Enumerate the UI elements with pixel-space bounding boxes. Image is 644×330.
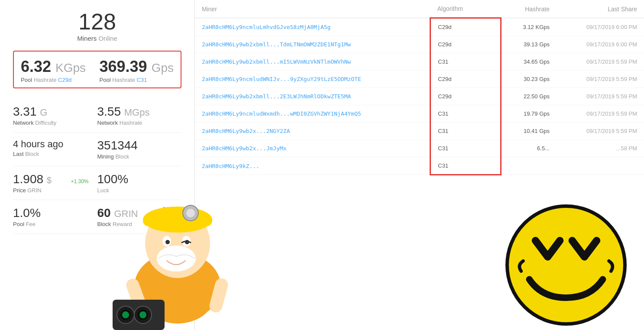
miner-last-share: 09/17/2019 6:00 PM: [557, 36, 644, 53]
miner-address: 2aHR0cHM6Ly9wb2xbmll...2E3LWJhNmRlODkwZT…: [195, 88, 430, 105]
miners-online-number: 128: [13, 10, 181, 33]
table-row: 2aHR0cHM6Ly9wb2x...JmJyMxC316.5......58 …: [195, 140, 644, 157]
miner-algorithm: C31: [430, 157, 501, 175]
network-difficulty-stat: 3.31 G Network Difficulty: [13, 99, 97, 133]
svg-point-15: [117, 306, 134, 324]
miner-hashrate: [501, 157, 557, 175]
left-panel: 128 Miners Online 6.32 KGps Pool Hashrat…: [0, 0, 195, 330]
miner-last-share: 09/17/2019 5:59 PM: [557, 71, 644, 88]
stats-grid: 3.31 G Network Difficulty 3.55 MGps Netw…: [13, 99, 181, 234]
miner-address: 2aHR0cHM6Ly9wb2x...JmJyMx: [195, 140, 430, 157]
svg-point-17: [134, 306, 152, 324]
network-difficulty-label: Network Difficulty: [13, 120, 89, 126]
svg-rect-13: [124, 277, 149, 314]
miners-table: Miner Algorithm Hashrate Last Share 2aHR…: [195, 0, 644, 175]
pool-hashrate-c29d-value: 6.32 KGps: [21, 58, 86, 76]
svg-point-19: [122, 311, 129, 318]
mining-block-label: Mining Block: [97, 153, 182, 160]
miner-last-share: ...58 PM: [557, 140, 644, 157]
luck-stat: 100% Luck: [97, 166, 182, 200]
price-stat: +1.30% 1.908 $ Price GRIN: [13, 166, 97, 200]
pool-hashrate-c29d: 6.32 KGps Pool Hashrate C29d: [21, 58, 86, 83]
pool-fee-label: Pool Fee: [13, 221, 89, 227]
svg-point-16: [120, 310, 131, 320]
miner-address: 2aHR0cHM6Ly9wb2x...2NGY2ZA: [195, 123, 430, 140]
right-panel: Miner Algorithm Hashrate Last Share 2aHR…: [195, 0, 644, 330]
miner-algorithm: C29d: [430, 18, 501, 36]
table-row: 2aHR0cHM6Ly9ncmluLmhvdGJveS8zMjA0MjA5gC2…: [195, 18, 644, 36]
miners-online-section: 128 Miners Online: [13, 10, 181, 51]
table-row: 2aHR0cHM6Ly9ncmludWxmdh...wMDI0ZGVhZWY1N…: [195, 105, 644, 123]
svg-point-12: [157, 246, 196, 272]
miner-address: 2aHR0cHM6Ly9kZ...: [195, 157, 430, 175]
pool-fee-stat: 1.0% Pool Fee: [13, 200, 97, 234]
header-miner: Miner: [195, 0, 430, 18]
miner-last-share: 09/17/2019 5:59 PM: [557, 53, 644, 71]
miner-hashrate: 34.65 Gps: [501, 53, 557, 71]
mining-block-value: 351344: [97, 139, 182, 152]
block-reward-label: Block Reward: [97, 221, 182, 227]
table-row: 2aHR0cHM6Ly9wb2xbmll...2E3LWJhNmRlODkwZT…: [195, 88, 644, 105]
smiley-face: [505, 204, 627, 326]
miner-address: 2aHR0cHM6Ly9ncmludWNIJv...9yZXguY29tLzE5…: [195, 71, 430, 88]
miner-algorithm: C29d: [430, 88, 501, 105]
table-body: 2aHR0cHM6Ly9ncmluLmhvdGJveS8zMjA0MjA5gC2…: [195, 18, 644, 175]
miner-address: 2aHR0cHM6Ly9ncmluLmhvdGJveS8zMjA0MjA5g: [195, 18, 430, 36]
miner-algorithm: C29d: [430, 71, 501, 88]
pool-hashrate-c31: 369.39 Gps Pool Hashrate C31: [100, 58, 174, 83]
pool-hashrate-c31-value: 369.39 Gps: [100, 58, 174, 76]
miners-label-bold: Miners: [77, 35, 97, 42]
miner-hashrate: 10.41 Gps: [501, 123, 557, 140]
block-reward-badge: $114.49: [163, 206, 181, 212]
miner-address: 2aHR0cHM6Ly9wb2xbmll...mI5LWVmNzVkNTlmOW…: [195, 53, 430, 71]
miner-hashrate: 30.23 Gps: [501, 71, 557, 88]
network-hashrate-stat: 3.55 MGps Network Hashrate: [97, 99, 182, 133]
network-difficulty-value: 3.31 G: [13, 105, 89, 119]
table-row: 2aHR0cHM6Ly9kZ...C31: [195, 157, 644, 175]
miner-address: 2aHR0cHM6Ly9ncmludWxmdh...wMDI0ZGVhZWY1N…: [195, 105, 430, 123]
table-row: 2aHR0cHM6Ly9ncmludWNIJv...9yZXguY29tLzE5…: [195, 71, 644, 88]
table-row: 2aHR0cHM6Ly9wb2xbmll...TdmLTNmOWM2ZDE1NT…: [195, 36, 644, 53]
luck-value: 100%: [97, 172, 182, 186]
miner-hashrate: 3.12 KGps: [501, 18, 557, 36]
miner-last-share: 09/17/2019 6:00 PM: [557, 18, 644, 36]
miner-algorithm: C31: [430, 140, 501, 157]
last-block-stat: 4 hours ago Last Block: [13, 133, 97, 166]
miner-last-share: 09/17/2019 5:59 PM: [557, 123, 644, 140]
pool-hashrate-box: 6.32 KGps Pool Hashrate C29d 369.39 Gps …: [13, 51, 181, 88]
miner-hashrate: 6.5...: [501, 140, 557, 157]
miner-last-share: [557, 157, 644, 175]
miner-hashrate: 19.79 Gps: [501, 105, 557, 123]
miners-online-label: Miners Online: [13, 35, 181, 42]
mining-block-stat: 351344 Mining Block: [97, 133, 182, 166]
price-badge: +1.30%: [71, 178, 88, 184]
last-block-label: Last Block: [13, 151, 89, 157]
miner-hashrate: 39.13 Gps: [501, 36, 557, 53]
miner-hashrate: 22.50 Gps: [501, 88, 557, 105]
miner-algorithm: C29d: [430, 36, 501, 53]
header-last-share: Last Share: [557, 0, 644, 18]
pool-fee-value: 1.0%: [13, 206, 89, 220]
svg-rect-14: [113, 300, 165, 330]
miner-last-share: 09/17/2019 5:59 PM: [557, 105, 644, 123]
svg-point-10: [185, 240, 189, 244]
last-block-value: 4 hours ago: [13, 139, 89, 150]
miner-algorithm: C31: [430, 53, 501, 71]
miner-algorithm: C31: [430, 105, 501, 123]
smiley-logo: [505, 204, 631, 330]
svg-point-9: [165, 240, 170, 244]
svg-point-7: [162, 236, 171, 246]
header-algorithm: Algorithm: [430, 0, 501, 18]
network-hashrate-label: Network Hashrate: [97, 120, 182, 126]
network-hashrate-value: 3.55 MGps: [97, 105, 182, 119]
svg-point-6: [186, 209, 195, 217]
miner-address: 2aHR0cHM6Ly9wb2xbmll...TdmLTNmOWM2ZDE1NT…: [195, 36, 430, 53]
table-row: 2aHR0cHM6Ly9wb2x...2NGY2ZAC3110.41 Gps09…: [195, 123, 644, 140]
table-row: 2aHR0cHM6Ly9wb2xbmll...mI5LWVmNzVkNTlmOW…: [195, 53, 644, 71]
header-hashrate: Hashrate: [501, 0, 557, 18]
block-reward-stat: $114.49 60 GRIN Block Reward: [97, 200, 182, 234]
pool-hashrate-c31-label: Pool Hashrate C31: [100, 77, 174, 83]
svg-point-8: [182, 236, 191, 246]
svg-point-11: [174, 249, 178, 251]
luck-label: Luck: [97, 187, 182, 194]
